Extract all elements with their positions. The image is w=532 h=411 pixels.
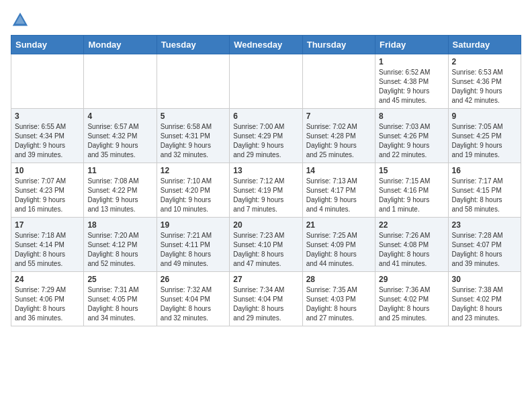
- week-row-5: 24Sunrise: 7:29 AM Sunset: 4:06 PM Dayli…: [11, 272, 521, 326]
- week-row-4: 17Sunrise: 7:18 AM Sunset: 4:14 PM Dayli…: [11, 218, 521, 272]
- day-info: Sunrise: 6:53 AM Sunset: 4:36 PM Dayligh…: [452, 68, 517, 105]
- day-info: Sunrise: 7:08 AM Sunset: 4:22 PM Dayligh…: [87, 177, 152, 214]
- calendar-cell: 1Sunrise: 6:52 AM Sunset: 4:38 PM Daylig…: [375, 54, 448, 109]
- day-info: Sunrise: 7:00 AM Sunset: 4:29 PM Dayligh…: [233, 122, 298, 160]
- day-number: 1: [379, 57, 444, 66]
- day-info: Sunrise: 7:31 AM Sunset: 4:05 PM Dayligh…: [87, 285, 152, 323]
- day-number: 10: [15, 166, 80, 175]
- day-info: Sunrise: 7:10 AM Sunset: 4:20 PM Dayligh…: [161, 177, 226, 214]
- calendar-cell: [11, 54, 84, 109]
- day-number: 5: [161, 111, 226, 121]
- calendar-cell: 29Sunrise: 7:36 AM Sunset: 4:02 PM Dayli…: [375, 272, 448, 326]
- week-row-1: 1Sunrise: 6:52 AM Sunset: 4:38 PM Daylig…: [11, 54, 521, 109]
- day-info: Sunrise: 7:15 AM Sunset: 4:16 PM Dayligh…: [379, 177, 444, 214]
- day-number: 29: [379, 275, 444, 284]
- calendar-cell: [230, 54, 302, 109]
- calendar-cell: 16Sunrise: 7:17 AM Sunset: 4:15 PM Dayli…: [448, 163, 521, 218]
- day-number: 19: [161, 220, 226, 230]
- day-number: 8: [379, 111, 444, 121]
- calendar-cell: 24Sunrise: 7:29 AM Sunset: 4:06 PM Dayli…: [11, 272, 84, 326]
- weekday-header-tuesday: Tuesday: [157, 36, 229, 54]
- day-info: Sunrise: 7:13 AM Sunset: 4:17 PM Dayligh…: [306, 177, 371, 214]
- weekday-header-wednesday: Wednesday: [230, 36, 302, 54]
- calendar-cell: 26Sunrise: 7:32 AM Sunset: 4:04 PM Dayli…: [157, 272, 229, 326]
- day-number: 2: [452, 57, 517, 66]
- day-number: 12: [161, 166, 226, 175]
- day-number: 16: [452, 166, 517, 175]
- calendar-cell: 17Sunrise: 7:18 AM Sunset: 4:14 PM Dayli…: [11, 218, 84, 272]
- day-number: 13: [233, 166, 298, 175]
- day-info: Sunrise: 7:17 AM Sunset: 4:15 PM Dayligh…: [452, 177, 517, 214]
- day-number: 23: [452, 220, 517, 230]
- day-info: Sunrise: 7:02 AM Sunset: 4:28 PM Dayligh…: [306, 122, 371, 160]
- day-number: 30: [452, 275, 517, 284]
- calendar-cell: 12Sunrise: 7:10 AM Sunset: 4:20 PM Dayli…: [157, 163, 229, 218]
- calendar-cell: 15Sunrise: 7:15 AM Sunset: 4:16 PM Dayli…: [375, 163, 448, 218]
- logo-icon: [11, 11, 30, 30]
- calendar-table: SundayMondayTuesdayWednesdayThursdayFrid…: [11, 35, 521, 326]
- day-number: 22: [379, 220, 444, 230]
- day-number: 15: [379, 166, 444, 175]
- day-number: 6: [233, 111, 298, 121]
- day-number: 4: [87, 111, 152, 121]
- day-number: 21: [306, 220, 371, 230]
- day-info: Sunrise: 7:21 AM Sunset: 4:11 PM Dayligh…: [161, 231, 226, 269]
- day-info: Sunrise: 7:07 AM Sunset: 4:23 PM Dayligh…: [15, 177, 80, 214]
- calendar-cell: 5Sunrise: 6:58 AM Sunset: 4:31 PM Daylig…: [157, 109, 229, 163]
- day-number: 17: [15, 220, 80, 230]
- calendar-cell: 8Sunrise: 7:03 AM Sunset: 4:26 PM Daylig…: [375, 109, 448, 163]
- calendar-cell: 18Sunrise: 7:20 AM Sunset: 4:12 PM Dayli…: [84, 218, 157, 272]
- day-info: Sunrise: 7:05 AM Sunset: 4:25 PM Dayligh…: [452, 122, 517, 160]
- day-info: Sunrise: 6:52 AM Sunset: 4:38 PM Dayligh…: [379, 68, 444, 105]
- day-number: 9: [452, 111, 517, 121]
- day-info: Sunrise: 7:25 AM Sunset: 4:09 PM Dayligh…: [306, 231, 371, 269]
- day-number: 18: [87, 220, 152, 230]
- day-info: Sunrise: 7:03 AM Sunset: 4:26 PM Dayligh…: [379, 122, 444, 160]
- day-number: 26: [161, 275, 226, 284]
- day-number: 25: [87, 275, 152, 284]
- calendar-cell: 28Sunrise: 7:35 AM Sunset: 4:03 PM Dayli…: [302, 272, 375, 326]
- calendar-cell: [157, 54, 229, 109]
- calendar-cell: 4Sunrise: 6:57 AM Sunset: 4:32 PM Daylig…: [84, 109, 157, 163]
- day-number: 20: [233, 220, 298, 230]
- day-info: Sunrise: 7:18 AM Sunset: 4:14 PM Dayligh…: [15, 231, 80, 269]
- calendar-cell: [84, 54, 157, 109]
- calendar-cell: 27Sunrise: 7:34 AM Sunset: 4:04 PM Dayli…: [230, 272, 302, 326]
- day-info: Sunrise: 7:34 AM Sunset: 4:04 PM Dayligh…: [233, 285, 298, 323]
- day-info: Sunrise: 6:58 AM Sunset: 4:31 PM Dayligh…: [161, 122, 226, 160]
- calendar-cell: 13Sunrise: 7:12 AM Sunset: 4:19 PM Dayli…: [230, 163, 302, 218]
- calendar-cell: 9Sunrise: 7:05 AM Sunset: 4:25 PM Daylig…: [448, 109, 521, 163]
- day-info: Sunrise: 7:26 AM Sunset: 4:08 PM Dayligh…: [379, 231, 444, 269]
- day-info: Sunrise: 7:12 AM Sunset: 4:19 PM Dayligh…: [233, 177, 298, 214]
- day-number: 7: [306, 111, 371, 121]
- calendar-cell: 23Sunrise: 7:28 AM Sunset: 4:07 PM Dayli…: [448, 218, 521, 272]
- weekday-header-sunday: Sunday: [11, 36, 84, 54]
- day-info: Sunrise: 7:38 AM Sunset: 4:02 PM Dayligh…: [452, 285, 517, 323]
- week-row-2: 3Sunrise: 6:55 AM Sunset: 4:34 PM Daylig…: [11, 109, 521, 163]
- day-info: Sunrise: 6:57 AM Sunset: 4:32 PM Dayligh…: [87, 122, 152, 160]
- calendar-cell: 22Sunrise: 7:26 AM Sunset: 4:08 PM Dayli…: [375, 218, 448, 272]
- calendar-cell: 7Sunrise: 7:02 AM Sunset: 4:28 PM Daylig…: [302, 109, 375, 163]
- calendar-cell: 11Sunrise: 7:08 AM Sunset: 4:22 PM Dayli…: [84, 163, 157, 218]
- weekday-header-row: SundayMondayTuesdayWednesdayThursdayFrid…: [11, 36, 521, 54]
- calendar-cell: 30Sunrise: 7:38 AM Sunset: 4:02 PM Dayli…: [448, 272, 521, 326]
- day-number: 11: [87, 166, 152, 175]
- logo: [11, 11, 32, 30]
- day-number: 24: [15, 275, 80, 284]
- calendar-cell: 6Sunrise: 7:00 AM Sunset: 4:29 PM Daylig…: [230, 109, 302, 163]
- day-info: Sunrise: 6:55 AM Sunset: 4:34 PM Dayligh…: [15, 122, 80, 160]
- day-info: Sunrise: 7:23 AM Sunset: 4:10 PM Dayligh…: [233, 231, 298, 269]
- page-header: [11, 11, 521, 30]
- calendar-cell: 14Sunrise: 7:13 AM Sunset: 4:17 PM Dayli…: [302, 163, 375, 218]
- day-info: Sunrise: 7:32 AM Sunset: 4:04 PM Dayligh…: [161, 285, 226, 323]
- calendar-cell: 20Sunrise: 7:23 AM Sunset: 4:10 PM Dayli…: [230, 218, 302, 272]
- day-info: Sunrise: 7:35 AM Sunset: 4:03 PM Dayligh…: [306, 285, 371, 323]
- calendar-cell: 21Sunrise: 7:25 AM Sunset: 4:09 PM Dayli…: [302, 218, 375, 272]
- day-number: 28: [306, 275, 371, 284]
- calendar-cell: 10Sunrise: 7:07 AM Sunset: 4:23 PM Dayli…: [11, 163, 84, 218]
- day-info: Sunrise: 7:28 AM Sunset: 4:07 PM Dayligh…: [452, 231, 517, 269]
- calendar-cell: 2Sunrise: 6:53 AM Sunset: 4:36 PM Daylig…: [448, 54, 521, 109]
- day-info: Sunrise: 7:36 AM Sunset: 4:02 PM Dayligh…: [379, 285, 444, 323]
- calendar-cell: [302, 54, 375, 109]
- weekday-header-saturday: Saturday: [448, 36, 521, 54]
